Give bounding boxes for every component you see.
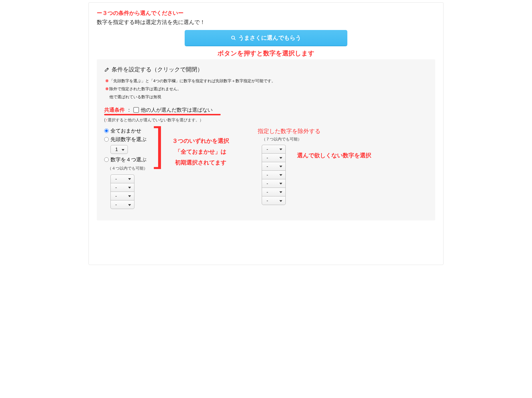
exclude-title: 指定した数字を除外する	[258, 127, 371, 135]
choose-for-me-button[interactable]: うまさくに選んでもらう	[185, 30, 347, 46]
main-button-container: うまさくに選んでもらう	[97, 30, 435, 46]
exclude-select-5[interactable]: -	[262, 179, 286, 188]
radio-pick-four-input[interactable]	[104, 157, 109, 162]
right-column: 指定した数字を除外する （７つ以内でも可能） - - - - - - - 選んで…	[258, 127, 371, 205]
exclude-select-2[interactable]: -	[262, 153, 286, 162]
exclude-select-4[interactable]: -	[262, 170, 286, 179]
common-condition-text: 他の人が選んだ数字は選ばない	[141, 106, 213, 113]
asterisk-icon: ※	[105, 79, 109, 83]
note-3: 他で選ばれている数字は無視	[104, 95, 428, 100]
selection-mode-radio-group: 全ておまかせ 先頭数字を選ぶ 1	[104, 127, 148, 209]
pick-four-select-1[interactable]: -	[110, 174, 134, 183]
note-2: ※除外で指定された数字は選ばれません。	[104, 87, 428, 92]
edit-icon	[104, 67, 109, 72]
radio-lead-digit[interactable]: 先頭数字を選ぶ	[104, 136, 148, 143]
annotation-top: ボタンを押すと数字を選択します	[97, 49, 435, 58]
radio-all-auto-input[interactable]	[104, 128, 109, 133]
exclude-select-3[interactable]: -	[262, 162, 286, 170]
common-condition-hint: (↑選択すると他の人が選んでいない数字を選びます。）	[104, 118, 428, 123]
page-subtitle: 数字を指定する時は選定方法を先に選んで！	[97, 19, 435, 26]
radio-all-auto-label: 全ておまかせ	[110, 127, 141, 134]
outer-frame: ー３つの条件から選んでくださいー 数字を指定する時は選定方法を先に選んで！ うま…	[88, 2, 444, 265]
search-icon	[231, 35, 236, 41]
pick-four-note: （４つ以内でも可能）	[108, 166, 148, 171]
common-condition-row: 共通条件： 他の人が選んだ数字は選ばない	[104, 106, 428, 113]
pick-four-select-3[interactable]: -	[110, 192, 134, 200]
radio-lead-digit-label: 先頭数字を選ぶ	[110, 136, 146, 143]
bracket-icon	[153, 126, 161, 169]
radio-pick-four[interactable]: 数字を４つ選ぶ	[104, 156, 148, 163]
two-column-layout: 全ておまかせ 先頭数字を選ぶ 1	[104, 127, 428, 209]
panel-header[interactable]: 条件を設定する（クリックで開閉）	[104, 66, 428, 73]
note-1: ※「先頭数字を選ぶ」と「4つの数字欄」に数字を指定すれば先頭数字＋数字指定が可能…	[104, 79, 428, 84]
annotation-right: 選んで欲しくない数字を選択	[297, 152, 371, 159]
exclude-select-6[interactable]: -	[262, 188, 286, 196]
left-column: 全ておまかせ 先頭数字を選ぶ 1	[104, 127, 235, 209]
annotation-mid: ３つのいずれかを選択 「全ておまかせ」は 初期選択されてます	[166, 135, 235, 168]
radio-all-auto[interactable]: 全ておまかせ	[104, 127, 148, 134]
underline-bar	[104, 114, 221, 115]
svg-line-1	[234, 39, 235, 40]
lead-digit-select-wrap: 1	[110, 145, 128, 154]
lead-digit-select[interactable]: 1	[110, 145, 128, 154]
pick-four-select-stack: - - - -	[110, 174, 134, 209]
main-button-label: うまさくに選んでもらう	[238, 34, 301, 42]
up-arrow-icon: ↑	[106, 118, 108, 122]
exclude-note: （７つ以内でも可能）	[262, 137, 371, 142]
radio-pick-four-label: 数字を４つ選ぶ	[110, 156, 146, 163]
pick-four-select-4[interactable]: -	[110, 200, 134, 209]
asterisk-icon: ※	[105, 87, 109, 91]
exclude-row: - - - - - - - 選んで欲しくない数字を選択	[258, 145, 371, 205]
exclude-select-1[interactable]: -	[262, 145, 286, 153]
exclude-select-stack: - - - - - - -	[262, 145, 286, 205]
radio-lead-digit-input[interactable]	[104, 137, 109, 142]
pick-four-select-2[interactable]: -	[110, 183, 134, 192]
settings-panel: 条件を設定する（クリックで開閉） ※「先頭数字を選ぶ」と「4つの数字欄」に数字を…	[97, 59, 435, 220]
common-condition-label: 共通条件	[104, 106, 125, 113]
page-title: ー３つの条件から選んでくださいー	[97, 9, 435, 17]
common-condition-checkbox[interactable]	[133, 107, 139, 113]
panel-header-text: 条件を設定する（クリックで開閉）	[112, 66, 203, 73]
exclude-select-7[interactable]: -	[262, 196, 286, 205]
